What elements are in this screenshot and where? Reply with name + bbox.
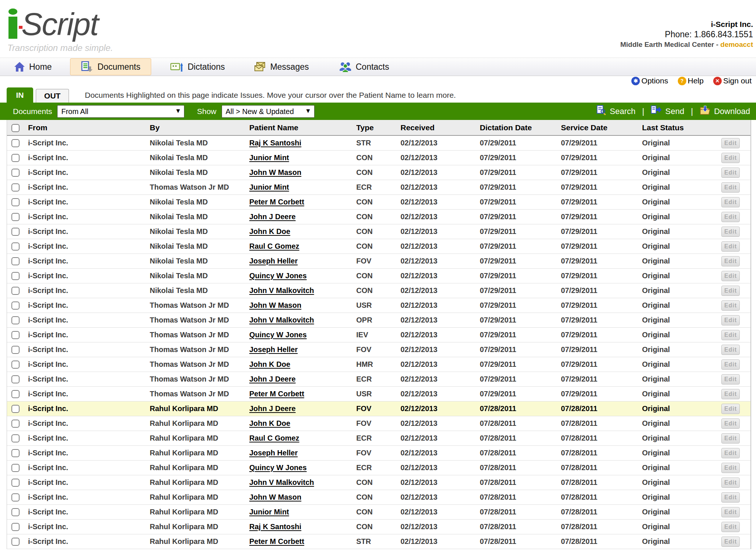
edit-button[interactable]: Edit <box>721 182 740 193</box>
row-checkbox[interactable] <box>11 405 20 413</box>
row-checkbox[interactable] <box>11 479 20 487</box>
patient-name-link[interactable]: Junior Mint <box>249 154 289 162</box>
row-checkbox[interactable] <box>11 538 20 546</box>
edit-button[interactable]: Edit <box>721 212 740 222</box>
row-checkbox[interactable] <box>11 390 20 398</box>
nav-item-documents[interactable]: Documents <box>70 58 151 75</box>
help-link[interactable]: ? Help <box>678 76 704 85</box>
edit-button[interactable]: Edit <box>721 315 740 325</box>
row-checkbox[interactable] <box>11 449 20 457</box>
nav-item-dictations[interactable]: Dictations <box>167 58 229 75</box>
select-all-checkbox[interactable] <box>11 124 20 132</box>
row-checkbox[interactable] <box>11 287 20 295</box>
row-checkbox[interactable] <box>11 375 20 383</box>
row-checkbox[interactable] <box>11 154 20 162</box>
patient-name-link[interactable]: Joseph Heller <box>249 345 298 354</box>
patient-name-link[interactable]: John K Doe <box>249 227 290 235</box>
row-checkbox[interactable] <box>11 316 20 324</box>
edit-button[interactable]: Edit <box>721 330 740 340</box>
patient-name-link[interactable]: Raj K Santoshi <box>249 523 301 531</box>
edit-button[interactable]: Edit <box>721 537 740 547</box>
send-button[interactable]: Send <box>651 106 684 117</box>
patient-name-link[interactable]: Raul C Gomez <box>249 242 299 250</box>
patient-name-link[interactable]: Quincy W Jones <box>249 331 307 339</box>
patient-name-link[interactable]: Joseph Heller <box>249 257 298 265</box>
show-filter-select[interactable]: All > New & Updated <box>222 105 315 118</box>
row-checkbox[interactable] <box>11 301 20 310</box>
edit-button[interactable]: Edit <box>721 168 740 178</box>
row-checkbox[interactable] <box>11 493 20 501</box>
edit-button[interactable]: Edit <box>721 241 740 252</box>
edit-button[interactable]: Edit <box>721 197 740 207</box>
row-checkbox[interactable] <box>11 420 20 428</box>
edit-button[interactable]: Edit <box>721 300 740 311</box>
tab-in[interactable]: IN <box>7 87 33 103</box>
patient-name-link[interactable]: John V Malkovitch <box>249 478 314 486</box>
row-checkbox[interactable] <box>11 272 20 280</box>
edit-button[interactable]: Edit <box>721 492 740 503</box>
edit-button[interactable]: Edit <box>721 374 740 385</box>
row-checkbox[interactable] <box>11 257 20 265</box>
search-button[interactable]: Search <box>596 105 636 118</box>
edit-button[interactable]: Edit <box>721 153 740 163</box>
tab-out[interactable]: OUT <box>36 89 69 103</box>
edit-button[interactable]: Edit <box>721 227 740 237</box>
row-checkbox[interactable] <box>11 508 20 516</box>
edit-button[interactable]: Edit <box>721 463 740 473</box>
patient-name-link[interactable]: John V Malkovitch <box>249 316 314 324</box>
edit-button[interactable]: Edit <box>721 522 740 532</box>
edit-button[interactable]: Edit <box>721 345 740 355</box>
nav-item-home[interactable]: Home <box>10 58 55 75</box>
patient-name-link[interactable]: Junior Mint <box>249 508 289 516</box>
download-button[interactable]: Download <box>700 105 750 117</box>
edit-button[interactable]: Edit <box>721 478 740 488</box>
patient-name-link[interactable]: John J Deere <box>249 404 296 413</box>
patient-name-link[interactable]: Quincy W Jones <box>249 272 307 280</box>
patient-name-link[interactable]: John K Doe <box>249 360 290 368</box>
patient-name-link[interactable]: Quincy W Jones <box>249 463 307 472</box>
patient-name-link[interactable]: Raul C Gomez <box>249 434 299 442</box>
edit-button[interactable]: Edit <box>721 256 740 266</box>
row-checkbox[interactable] <box>11 331 20 339</box>
edit-button[interactable]: Edit <box>721 404 740 414</box>
patient-name-link[interactable]: John J Deere <box>249 213 296 221</box>
row-checkbox[interactable] <box>11 434 20 442</box>
options-link[interactable]: ✱ Options <box>631 76 668 85</box>
patient-name-link[interactable]: John J Deere <box>249 375 296 383</box>
nav-item-contacts[interactable]: Contacts <box>335 58 393 75</box>
row-checkbox[interactable] <box>11 183 20 192</box>
patient-name-link[interactable]: Peter M Corbett <box>249 198 304 206</box>
nav-item-messages[interactable]: Messages <box>250 58 313 75</box>
edit-button[interactable]: Edit <box>721 359 740 370</box>
row-checkbox[interactable] <box>11 523 20 531</box>
edit-button[interactable]: Edit <box>721 286 740 296</box>
edit-button[interactable]: Edit <box>721 271 740 281</box>
edit-button[interactable]: Edit <box>721 138 740 148</box>
patient-name-link[interactable]: Peter M Corbett <box>249 537 304 545</box>
row-checkbox[interactable] <box>11 213 20 221</box>
patient-name-link[interactable]: John W Mason <box>249 168 301 176</box>
sign-out-link[interactable]: ✕ Sign out <box>713 76 752 85</box>
row-checkbox[interactable] <box>11 242 20 251</box>
patient-name-link[interactable]: Joseph Heller <box>249 449 298 457</box>
edit-button[interactable]: Edit <box>721 433 740 444</box>
edit-button[interactable]: Edit <box>721 418 740 429</box>
edit-button[interactable]: Edit <box>721 448 740 458</box>
row-checkbox[interactable] <box>11 198 20 206</box>
row-checkbox[interactable] <box>11 346 20 354</box>
patient-name-link[interactable]: Raj K Santoshi <box>249 139 301 147</box>
patient-name-link[interactable]: John W Mason <box>249 493 301 501</box>
row-checkbox[interactable] <box>11 169 20 177</box>
patient-name-link[interactable]: Junior Mint <box>249 183 289 191</box>
row-checkbox[interactable] <box>11 228 20 236</box>
patient-name-link[interactable]: John K Doe <box>249 419 290 427</box>
edit-button[interactable]: Edit <box>721 507 740 517</box>
patient-name-link[interactable]: John V Malkovitch <box>249 286 314 294</box>
documents-filter-select[interactable]: From All <box>57 105 184 118</box>
row-checkbox[interactable] <box>11 361 20 369</box>
row-checkbox[interactable] <box>11 139 20 147</box>
row-checkbox[interactable] <box>11 464 20 472</box>
patient-name-link[interactable]: Peter M Corbett <box>249 390 304 398</box>
patient-name-link[interactable]: John W Mason <box>249 301 301 309</box>
edit-button[interactable]: Edit <box>721 389 740 399</box>
